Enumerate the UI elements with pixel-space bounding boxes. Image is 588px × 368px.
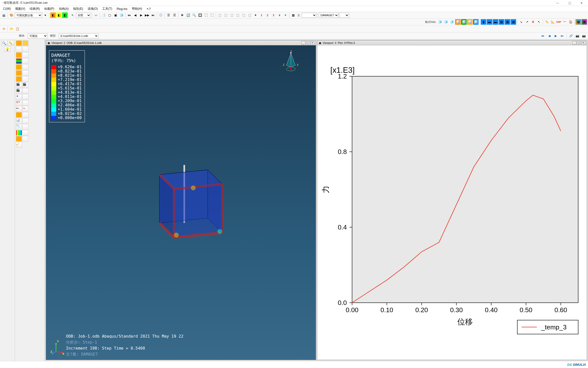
- st-anim-4-icon[interactable]: [22, 88, 28, 94]
- st-10-icon[interactable]: [22, 64, 28, 70]
- st-30-icon[interactable]: [22, 124, 28, 130]
- st-34-icon[interactable]: [22, 136, 28, 142]
- last-frame-icon[interactable]: ⏭: [150, 12, 156, 18]
- st-25-icon[interactable]: [16, 112, 22, 118]
- cube-c-icon[interactable]: 🧊: [449, 19, 455, 25]
- arrow-1-icon[interactable]: ↘: [518, 19, 524, 25]
- house-icon[interactable]: 🏠: [568, 19, 573, 25]
- st-9-icon[interactable]: [16, 64, 22, 70]
- layer-icon[interactable]: 📑: [101, 12, 106, 18]
- st-2-icon[interactable]: [22, 40, 28, 46]
- pan-icon[interactable]: ✥: [179, 12, 185, 18]
- st-anim-3-icon[interactable]: 🎬: [16, 88, 22, 94]
- vp3-min-icon[interactable]: _: [572, 41, 576, 45]
- fit-icon[interactable]: ⛶: [203, 12, 209, 18]
- nav-next-icon[interactable]: ▶: [553, 33, 558, 39]
- camera-1-icon[interactable]: 📷: [575, 33, 580, 39]
- dropdown-icon[interactable]: ▾: [43, 12, 48, 18]
- st-contour-icon[interactable]: [16, 58, 22, 64]
- dim-1-icon[interactable]: 📏: [544, 19, 549, 25]
- camera-2-icon[interactable]: 📷: [581, 33, 587, 39]
- menu-plugins[interactable]: Plug-ins: [115, 7, 129, 11]
- menu-tools[interactable]: 工具(T): [100, 6, 114, 11]
- chart-3-icon[interactable]: 📊: [467, 19, 473, 25]
- view-xz-icon[interactable]: ⬚: [223, 12, 228, 18]
- window-close[interactable]: ✕: [577, 0, 586, 5]
- chart-4-icon[interactable]: 📊: [473, 19, 479, 25]
- color-2-icon[interactable]: ◧: [56, 12, 62, 18]
- cube-icon[interactable]: 🧊: [119, 12, 124, 18]
- st-8-icon[interactable]: [22, 58, 28, 64]
- st-28-icon[interactable]: [22, 118, 28, 124]
- nav-last-icon[interactable]: ⏭: [559, 33, 565, 39]
- st-csys-icon[interactable]: ✦: [16, 94, 22, 100]
- zoom-icon[interactable]: 🔍: [191, 12, 197, 18]
- text-a-icon[interactable]: A: [530, 19, 536, 25]
- select-filter-combo[interactable]: 全部: [76, 13, 91, 18]
- menu-view[interactable]: 视图(V): [13, 6, 27, 11]
- cube-a-icon[interactable]: 🧊: [437, 19, 443, 25]
- view-flip1-icon[interactable]: ⬚: [235, 12, 240, 18]
- st-3-icon[interactable]: [16, 46, 22, 52]
- split-2-icon[interactable]: ▬: [487, 19, 492, 25]
- next-frame-icon[interactable]: ▶▶: [144, 12, 150, 18]
- window-minimize[interactable]: —: [553, 0, 562, 5]
- mosaic-2-icon[interactable]: ▦: [582, 19, 587, 25]
- vp2-max-icon[interactable]: ▢: [306, 41, 310, 45]
- xy-plot[interactable]: 0.000.100.200.300.400.500.600.00.40.81.2…: [317, 45, 587, 360]
- wave-icon[interactable]: 〰: [562, 19, 567, 25]
- color-1-icon[interactable]: ◧: [50, 12, 56, 18]
- rotate-icon[interactable]: 🔄: [185, 12, 191, 18]
- view-flip3-icon[interactable]: ⬚: [247, 12, 252, 18]
- st-anim-2-icon[interactable]: 🎬: [22, 82, 28, 88]
- nav-first-icon[interactable]: ⏮: [540, 33, 545, 39]
- st-6-icon[interactable]: [22, 52, 28, 58]
- split-6-icon[interactable]: ▦: [511, 19, 516, 25]
- nav-prev-icon[interactable]: ◀: [546, 33, 552, 39]
- view-iso-icon[interactable]: ✦: [253, 12, 258, 18]
- split-1-icon[interactable]: ▮: [481, 19, 486, 25]
- main-combo[interactable]: [302, 13, 317, 18]
- info-icon[interactable]: ⓘ: [158, 12, 163, 18]
- cube-b-icon[interactable]: 🧊: [443, 19, 449, 25]
- vp3-max-icon[interactable]: ▢: [577, 41, 581, 45]
- table-icon[interactable]: 📋: [15, 26, 20, 32]
- st-xy-icon[interactable]: XY: [16, 100, 22, 106]
- box-2-icon[interactable]: ▣: [113, 12, 118, 18]
- contour-canvas[interactable]: DAMAGET (平均: 75%) +9.626e-01+8.823e-01+8…: [46, 45, 316, 360]
- reset-icon[interactable]: ⟲: [1, 26, 6, 32]
- zoom-box-icon[interactable]: 🔲: [197, 12, 203, 18]
- st-33-icon[interactable]: [16, 136, 22, 142]
- st-5-icon[interactable]: [16, 52, 22, 58]
- st-12-icon[interactable]: [22, 70, 28, 76]
- context-help[interactable]: ↖?: [145, 7, 153, 11]
- perspective-icon[interactable]: ▦: [290, 12, 296, 18]
- st-27-icon[interactable]: 📊: [16, 118, 22, 124]
- split-3-icon[interactable]: ▬: [493, 19, 498, 25]
- cursor-icon[interactable]: ↖: [536, 19, 542, 25]
- lt-light-icon[interactable]: 💡: [4, 46, 10, 52]
- view-flip2-icon[interactable]: ⬚: [241, 12, 246, 18]
- view-2-icon[interactable]: 2: [265, 12, 270, 18]
- vp2-close-icon[interactable]: ✕: [310, 41, 314, 45]
- model-combo[interactable]: E:/cae/0519/Job-1.odb: [59, 33, 99, 38]
- menu-options[interactable]: 选项(O): [86, 6, 100, 11]
- play-icon[interactable]: ▶: [138, 12, 144, 18]
- view-1-icon[interactable]: 1: [259, 12, 264, 18]
- mosaic-1-icon[interactable]: ▦: [576, 19, 581, 25]
- st-spectrum-icon[interactable]: [16, 130, 22, 136]
- first-frame-icon[interactable]: ⏮: [126, 12, 132, 18]
- arrow-2-icon[interactable]: ↗: [524, 19, 530, 25]
- st-22-icon[interactable]: [22, 100, 28, 106]
- st-1-icon[interactable]: [16, 40, 22, 46]
- pointer-icon[interactable]: ↖: [70, 12, 75, 18]
- st-29-icon[interactable]: 📉: [16, 124, 22, 130]
- grid-2-icon[interactable]: ☰: [172, 12, 177, 18]
- menu-window[interactable]: 口(W): [1, 6, 13, 11]
- window-maximize[interactable]: ▢: [565, 0, 574, 5]
- vp3-close-icon[interactable]: ✕: [581, 41, 585, 45]
- autofit-icon[interactable]: ⛶: [209, 12, 215, 18]
- st-11-icon[interactable]: [16, 70, 22, 76]
- st-brush-icon[interactable]: 🖌: [16, 142, 22, 147]
- st-4-icon[interactable]: [22, 46, 28, 52]
